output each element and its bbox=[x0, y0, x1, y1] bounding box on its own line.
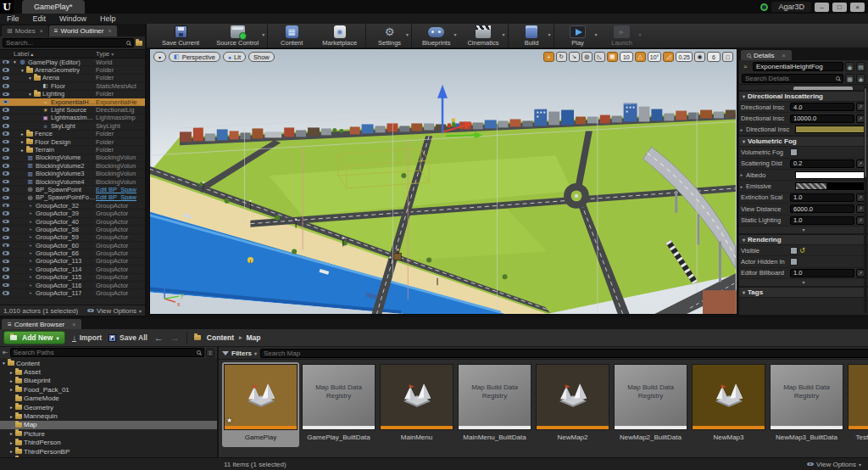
close-icon[interactable]: × bbox=[40, 28, 43, 34]
angle-snap-button[interactable]: △ bbox=[635, 52, 646, 62]
details-scrollbar[interactable] bbox=[864, 86, 867, 313]
column-type[interactable]: Type bbox=[96, 50, 145, 58]
close-icon[interactable]: × bbox=[72, 322, 75, 327]
dropdown-caret-icon[interactable]: ▾ bbox=[262, 31, 264, 37]
filters-button[interactable]: Filters▾ bbox=[222, 350, 257, 357]
outliner-row[interactable]: LightmassImportanceV LightmassImp bbox=[0, 115, 145, 122]
details-section-header[interactable]: ▾ Volumetric Fog bbox=[739, 136, 868, 147]
outliner-row[interactable]: ▾ Lighting Folder bbox=[0, 91, 145, 98]
scale-tool-button[interactable]: ↘ bbox=[569, 52, 580, 62]
add-new-button[interactable]: Add New▾ bbox=[3, 331, 65, 344]
checkbox[interactable] bbox=[790, 148, 798, 156]
visibility-eye-icon[interactable] bbox=[3, 236, 9, 240]
toolbar-button[interactable]: Content ▾ bbox=[270, 24, 314, 48]
outliner-row[interactable]: GroupActor_117 GroupActor bbox=[0, 289, 145, 297]
toolbar-button[interactable]: Blueprints ▾ bbox=[414, 24, 459, 48]
folder-row[interactable]: ▸ Geometry bbox=[0, 403, 217, 411]
outliner-row[interactable]: BlockingVolume4 BlockingVolun bbox=[0, 178, 145, 186]
asset-tile[interactable]: Map Build Data Registry ★ NewMap2 bbox=[534, 362, 611, 447]
search-assets-input[interactable]: Search Map bbox=[260, 349, 868, 358]
visibility-eye-icon[interactable] bbox=[3, 204, 9, 208]
outliner-row[interactable]: GroupActor_116 GroupActor bbox=[0, 282, 145, 289]
sources-view-icon[interactable]: ≡ bbox=[206, 349, 214, 357]
dropdown-caret-icon[interactable]: ▾ bbox=[406, 31, 409, 37]
tab-world-outliner[interactable]: ≡World Outliner× bbox=[49, 25, 117, 36]
toolbar-button[interactable]: Source Control ▾ bbox=[208, 24, 268, 48]
details-section-header[interactable]: ▾ Rendering bbox=[739, 234, 868, 245]
asset-tile[interactable]: Map Build Data Registry ★ GamePlay_Built… bbox=[300, 362, 377, 447]
visibility-eye-icon[interactable] bbox=[3, 116, 9, 120]
toolbar-button[interactable]: Play ▾ bbox=[556, 24, 600, 48]
scale-snap-button[interactable]: ◿ bbox=[663, 52, 674, 62]
visibility-eye-icon[interactable] bbox=[3, 108, 9, 112]
close-icon[interactable]: × bbox=[108, 28, 111, 34]
close-button[interactable]: × bbox=[850, 3, 865, 12]
breadcrumb-item[interactable]: Content bbox=[207, 333, 242, 342]
visibility-eye-icon[interactable] bbox=[3, 131, 9, 136]
lit-button[interactable]: ●Lit bbox=[223, 52, 246, 62]
outliner-row[interactable]: SkyLight SkyLight bbox=[0, 122, 145, 130]
visibility-eye-icon[interactable] bbox=[3, 148, 9, 152]
viewport-options-button[interactable]: ▾ bbox=[153, 52, 166, 62]
collapse-sources-icon[interactable]: ⇤ bbox=[3, 349, 8, 356]
rotate-tool-button[interactable]: ↻ bbox=[556, 52, 567, 62]
dropdown-caret-icon[interactable]: ▾ bbox=[503, 31, 505, 37]
visibility-eye-icon[interactable] bbox=[3, 260, 9, 264]
value-input[interactable]: 0.2 bbox=[790, 159, 854, 168]
save-all-button[interactable]: Save All bbox=[108, 333, 147, 342]
actor-name-input[interactable]: ExponentialHeightFog bbox=[753, 62, 843, 71]
maximize-viewport-button[interactable]: □ bbox=[722, 52, 733, 62]
dropdown-caret-icon[interactable]: ▾ bbox=[595, 31, 598, 37]
visibility-eye-icon[interactable] bbox=[3, 243, 9, 248]
value-input[interactable]: 10000.0 bbox=[790, 115, 854, 123]
toolbar-button[interactable]: Settings ▾ bbox=[368, 24, 412, 48]
visibility-eye-icon[interactable] bbox=[3, 220, 9, 224]
details-search-input[interactable]: Search Details bbox=[742, 74, 843, 83]
outliner-column-header[interactable]: Label Type bbox=[0, 49, 145, 59]
move-tool-button[interactable]: + bbox=[543, 52, 554, 62]
outliner-row[interactable]: ExponentialHeightFog ExponentialHe bbox=[0, 98, 145, 106]
value-input[interactable]: 1.0 bbox=[790, 269, 854, 277]
forward-button[interactable]: → bbox=[170, 333, 180, 343]
folder-row[interactable]: ▸ Food_Pack_01 bbox=[0, 385, 217, 394]
asset-tile[interactable]: Map Build Data Registry ★ NewMap2_BuiltD… bbox=[612, 362, 689, 447]
grid-snap-button[interactable]: ▦ bbox=[607, 52, 618, 62]
outliner-row[interactable]: BlockingVolume BlockingVolun bbox=[0, 154, 145, 162]
tab-details[interactable]: Details× bbox=[741, 50, 792, 60]
visibility-eye-icon[interactable] bbox=[3, 171, 9, 176]
viewport[interactable]: z x y ▾ ◧Perspective ●Lit Show + ↻ ↘ ◍ ◺… bbox=[149, 48, 737, 315]
property-matrix-icon[interactable]: ▦ bbox=[845, 74, 854, 83]
close-icon[interactable]: × bbox=[782, 53, 785, 59]
details-section-header[interactable]: ▾ Directional Inscattering bbox=[739, 91, 868, 102]
visibility-eye-icon[interactable] bbox=[3, 92, 9, 97]
expand-advanced-button[interactable]: ▾ bbox=[739, 227, 868, 234]
visibility-eye-icon[interactable] bbox=[3, 68, 9, 72]
dropdown-caret-icon[interactable]: ▾ bbox=[639, 31, 642, 37]
viewport-scene[interactable]: z x y bbox=[150, 49, 737, 314]
outliner-row[interactable]: GroupActor_39 GroupActor bbox=[0, 210, 145, 217]
camera-speed-button[interactable]: ◉ bbox=[694, 52, 705, 62]
visibility-eye-icon[interactable] bbox=[3, 275, 9, 279]
value-input[interactable]: 1.0 bbox=[790, 193, 854, 202]
checkbox[interactable] bbox=[790, 258, 798, 266]
scale-snap-value[interactable]: 0.25 bbox=[676, 52, 693, 62]
outliner-row[interactable]: GroupActor_32 GroupActor bbox=[0, 202, 145, 210]
menu-item[interactable]: Help bbox=[100, 14, 116, 23]
dropdown-caret-icon[interactable]: ▾ bbox=[453, 31, 456, 37]
visibility-eye-icon[interactable] bbox=[3, 251, 9, 255]
outliner-row[interactable]: GroupActor_66 GroupActor bbox=[0, 249, 145, 257]
visibility-eye-icon[interactable] bbox=[3, 227, 9, 232]
perspective-button[interactable]: ◧Perspective bbox=[169, 52, 220, 62]
search-paths-input[interactable]: Search Paths bbox=[10, 348, 204, 357]
visibility-eye-icon[interactable] bbox=[3, 267, 9, 271]
details-section-header[interactable]: ▾ Tags bbox=[739, 287, 868, 298]
folder-row[interactable]: ▸ Picture bbox=[0, 429, 217, 438]
asset-tile[interactable]: Map Build Data Registry ★ TestFoodBPSpaw… bbox=[846, 362, 868, 447]
value-input[interactable]: 6000.0 bbox=[790, 204, 854, 213]
outliner-row[interactable]: GroupActor_60 GroupActor bbox=[0, 242, 145, 249]
asset-tile[interactable]: Map Build Data Registry ★ MainMenu_Built… bbox=[456, 362, 533, 447]
tab-modes[interactable]: ⊞Modes× bbox=[2, 25, 48, 36]
breadcrumb-item[interactable]: Map bbox=[246, 333, 260, 342]
surface-snap-button[interactable]: ◺ bbox=[594, 52, 605, 62]
value-input[interactable]: 1.0 bbox=[790, 216, 854, 225]
